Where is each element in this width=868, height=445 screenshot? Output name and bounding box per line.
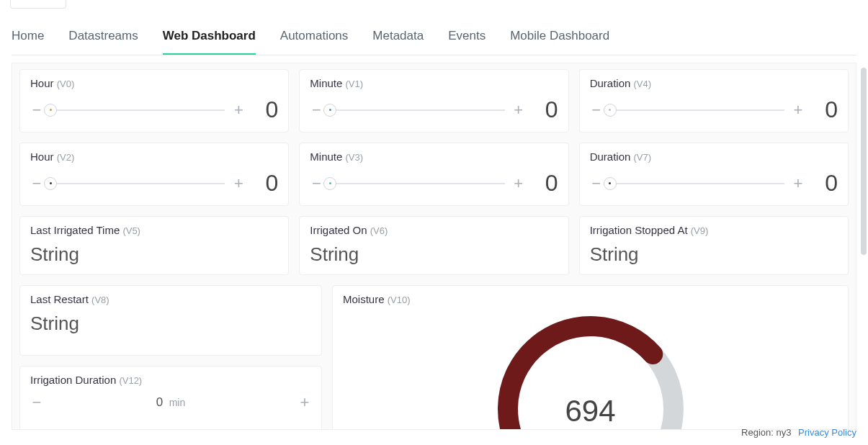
label-text: Minute	[310, 77, 342, 89]
minus-button[interactable]: −	[30, 393, 43, 412]
gauge: 694	[493, 312, 688, 430]
label-text: Hour	[30, 77, 54, 89]
card-irrigation-duration: Irrigation Duration (V12) − 0 min +	[19, 366, 322, 430]
card-title: Irrigated On (V6)	[310, 224, 558, 236]
tab-metadata[interactable]: Metadata	[372, 29, 424, 55]
slider-card: Minute (V3) − + 0	[299, 143, 568, 206]
slider-card: Duration (V4) − + 0	[579, 69, 849, 132]
card-title: Duration (V7)	[590, 150, 838, 163]
label-text: Duration	[590, 150, 631, 163]
string-card: Irrigated On (V6) String	[299, 216, 568, 275]
scrollbar[interactable]	[861, 68, 867, 255]
nav-tabs: HomeDatastreamsWeb DashboardAutomationsM…	[12, 9, 856, 55]
card-title: Minute (V3)	[310, 150, 558, 163]
tab-datastreams[interactable]: Datastreams	[68, 29, 138, 55]
minus-button[interactable]: −	[590, 101, 603, 120]
label-text: Moisture	[343, 293, 385, 305]
slider-thumb[interactable]	[44, 104, 57, 117]
card-title: Hour (V0)	[30, 77, 278, 89]
gauge-value: 694	[493, 394, 688, 428]
pin-text: (V9)	[691, 225, 709, 236]
pin-text: (V4)	[634, 78, 652, 89]
label-text: Minute	[310, 150, 342, 163]
card-title: Hour (V2)	[30, 150, 278, 163]
plus-button[interactable]: +	[792, 101, 805, 120]
slider-track[interactable]	[50, 109, 225, 111]
pin-text: (V7)	[634, 152, 652, 163]
slider-thumb[interactable]	[323, 177, 336, 190]
minus-button[interactable]: −	[30, 101, 43, 120]
slider-dot-icon	[329, 109, 331, 111]
slider-card: Duration (V7) − + 0	[579, 143, 849, 206]
slider-thumb[interactable]	[323, 104, 336, 117]
slider-track[interactable]	[610, 109, 784, 111]
slider-card: Hour (V0) − + 0	[19, 69, 289, 132]
label-text: Last Restart	[30, 293, 89, 305]
region-label: Region:	[741, 427, 774, 438]
pin-text: (V10)	[388, 295, 411, 305]
slider-value: 0	[532, 170, 558, 197]
label-text: Last Irrigated Time	[30, 224, 120, 236]
card-title: Last Restart (V8)	[30, 293, 311, 305]
value-text: String	[30, 243, 278, 266]
slider-card: Hour (V2) − + 0	[19, 143, 289, 206]
value-text: String	[590, 243, 838, 266]
plus-button[interactable]: +	[232, 101, 245, 120]
slider-track[interactable]	[50, 183, 225, 184]
card-title: Irrigation Stopped At (V9)	[590, 224, 838, 236]
tab-events[interactable]: Events	[448, 29, 486, 55]
slider-thumb[interactable]	[604, 177, 617, 190]
pin-text: (V0)	[57, 78, 75, 89]
panel-edge	[10, 0, 66, 9]
tab-automations[interactable]: Automations	[280, 29, 349, 55]
minus-button[interactable]: −	[30, 174, 43, 193]
tab-home[interactable]: Home	[12, 29, 44, 55]
string-card: Irrigation Stopped At (V9) String	[579, 216, 849, 275]
card-title: Moisture (V10)	[343, 293, 838, 305]
slider-track[interactable]	[610, 183, 784, 184]
label-text: Irrigated On	[310, 224, 367, 236]
card-title: Minute (V1)	[310, 77, 558, 89]
slider-value: 0	[252, 170, 278, 197]
pin-text: (V6)	[370, 225, 388, 236]
slider-dot-icon	[329, 182, 331, 184]
card-title: Last Irrigated Time (V5)	[30, 224, 278, 236]
pin-text: (V1)	[346, 78, 364, 89]
plus-button[interactable]: +	[512, 174, 525, 193]
region-value: ny3	[776, 427, 791, 438]
tab-web-dashboard[interactable]: Web Dashboard	[163, 29, 256, 55]
pin-text: (V3)	[346, 152, 364, 163]
minus-button[interactable]: −	[590, 174, 603, 193]
footer: Region: ny3 Privacy Policy	[741, 427, 856, 438]
plus-button[interactable]: +	[298, 393, 311, 412]
dashboard-canvas: Hour (V0) − + 0 Minute (V1) − +	[12, 63, 856, 430]
slider-dot-icon	[609, 182, 611, 184]
tab-mobile-dashboard[interactable]: Mobile Dashboard	[510, 29, 609, 55]
privacy-link[interactable]: Privacy Policy	[798, 427, 856, 438]
plus-button[interactable]: +	[512, 101, 525, 120]
stepper-value: 0	[156, 395, 163, 409]
slider-thumb[interactable]	[44, 177, 57, 190]
pin-text: (V2)	[57, 152, 75, 163]
label-text: Irrigation Duration	[30, 374, 116, 386]
slider-track[interactable]	[330, 183, 504, 184]
plus-button[interactable]: +	[232, 174, 245, 193]
slider-track[interactable]	[330, 109, 504, 111]
string-card: Last Irrigated Time (V5) String	[19, 216, 289, 275]
value-text: String	[310, 243, 558, 266]
slider-card: Minute (V1) − + 0	[299, 69, 568, 132]
label-text: Hour	[30, 150, 54, 163]
stepper-unit: min	[169, 397, 186, 408]
pin-text: (V5)	[122, 225, 140, 236]
minus-button[interactable]: −	[310, 101, 323, 120]
pin-text: (V8)	[91, 295, 109, 305]
slider-dot-icon	[50, 182, 52, 184]
label-text: Irrigation Stopped At	[590, 224, 688, 236]
value-text: String	[30, 313, 311, 335]
minus-button[interactable]: −	[310, 174, 323, 193]
card-title: Irrigation Duration (V12)	[30, 374, 311, 386]
plus-button[interactable]: +	[792, 174, 805, 193]
slider-thumb[interactable]	[604, 104, 617, 117]
slider-dot-icon	[50, 109, 52, 111]
slider-value: 0	[812, 96, 838, 123]
